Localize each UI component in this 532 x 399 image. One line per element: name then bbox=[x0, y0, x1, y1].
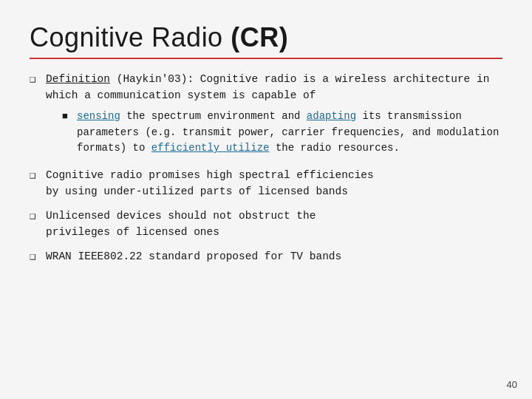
text-and: the spectrum environment and bbox=[126, 110, 307, 122]
slide-content: ❑ Definition (Haykin'03): Cognitive radi… bbox=[30, 71, 502, 265]
bullet-symbol-3: ❑ bbox=[30, 208, 46, 225]
sub-bullet-text: sensing the spectrum environment and ada… bbox=[77, 109, 502, 157]
page-number: 40 bbox=[507, 379, 517, 390]
title-divider bbox=[30, 58, 502, 59]
bullet-wran: ❑ WRAN IEEE802.22 standard proposed for … bbox=[30, 248, 502, 265]
link-efficiently: efficiently utilize bbox=[151, 142, 270, 154]
bullet-symbol-4: ❑ bbox=[30, 248, 46, 265]
bullet-spectral: ❑ Cognitive radio promises high spectral… bbox=[30, 167, 502, 200]
bullet-symbol-1: ❑ bbox=[30, 71, 46, 88]
wran-text: WRAN IEEE802.22 standard proposed for TV… bbox=[46, 250, 341, 262]
definition-label: Definition bbox=[46, 73, 110, 85]
slide-title: Cognitive Radio (CR) bbox=[30, 22, 502, 53]
sub-bullet-sensing: ■ sensing the spectrum environment and a… bbox=[62, 109, 502, 157]
title-area: Cognitive Radio (CR) bbox=[30, 22, 502, 59]
bullet-text-1: Definition (Haykin'03): Cognitive radio … bbox=[46, 71, 502, 160]
bullet-unlicensed: ❑ Unlicensed devices should not obstruct… bbox=[30, 208, 502, 241]
definition-text: (Haykin'03): Cognitive radio is a wirele… bbox=[46, 73, 489, 101]
bullet-text-3: Unlicensed devices should not obstruct t… bbox=[46, 208, 502, 241]
link-adapting: adapting bbox=[307, 110, 356, 122]
text-resources: the radio resources. bbox=[276, 142, 400, 154]
spectral-text: Cognitive radio promises high spectral e… bbox=[46, 169, 374, 197]
sub-bullet-symbol: ■ bbox=[62, 109, 77, 124]
bullet-text-4: WRAN IEEE802.22 standard proposed for TV… bbox=[46, 248, 502, 265]
slide: Cognitive Radio (CR) ❑ Definition (Hayki… bbox=[0, 0, 532, 399]
unlicensed-text: Unlicensed devices should not obstruct t… bbox=[46, 210, 316, 238]
link-sensing: sensing bbox=[77, 110, 120, 122]
bullet-symbol-2: ❑ bbox=[30, 167, 46, 184]
bullet-text-2: Cognitive radio promises high spectral e… bbox=[46, 167, 502, 200]
bullet-definition: ❑ Definition (Haykin'03): Cognitive radi… bbox=[30, 71, 502, 160]
